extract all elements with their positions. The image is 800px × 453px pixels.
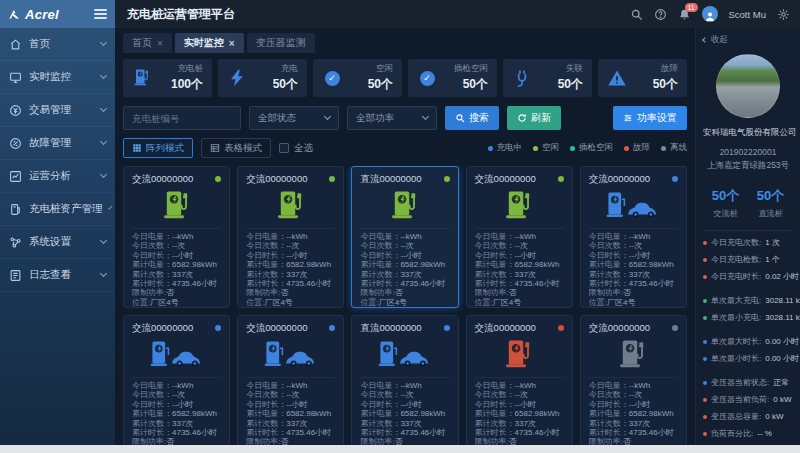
sidebar-item-fault[interactable]: 故障管理 (0, 127, 115, 160)
station-photo (716, 54, 780, 118)
pile-stat-location: 位置:厂区4号 (246, 298, 335, 307)
status-dot (558, 176, 564, 182)
pile-card-title: 交流00000000 (246, 322, 307, 335)
pile-stat-total_duration: 累计时长：4735.46小时 (360, 428, 449, 437)
pile-stat-total_duration: 累计时长：4735.46小时 (132, 428, 221, 437)
pile-stat-today_count: 今日次数：--次 (246, 390, 335, 399)
status-select[interactable]: 全部状态 (249, 106, 339, 130)
sidebar-item-log[interactable]: 日志查看 (0, 259, 115, 292)
pile-stat-today_energy: 今日电量：--kWh (589, 232, 678, 241)
pile-stat-total_count: 累计次数：337次 (589, 270, 678, 279)
help-icon[interactable] (654, 8, 667, 21)
legend-label: 离线 (670, 142, 687, 154)
pile-card-10[interactable]: 交流00000000 今日电量：--kWh今日次数：--次今日时长：--小时累计… (580, 315, 687, 445)
pile-card-4[interactable]: 交流00000000 今日电量：--kWh今日次数：--次今日时长：--小时累计… (466, 166, 573, 308)
pile-card-9[interactable]: 交流00000000 今日电量：--kWh今日次数：--次今日时长：--小时累计… (466, 315, 573, 445)
pile-stat-total_energy: 累计电量：6582.98kWh (475, 409, 564, 418)
pile-card-5[interactable]: 交流00000000 今日电量：--kWh今日次数：--次今日时长：--小时累计… (580, 166, 687, 308)
pile-stat-today_energy: 今日电量：--kWh (360, 381, 449, 390)
pile-stat-total_count: 累计次数：337次 (589, 419, 678, 428)
pile-stat-today_energy: 今日电量：--kWh (589, 381, 678, 390)
sidebar-item-label: 故障管理 (29, 136, 94, 150)
collapse-label: 收起 (711, 34, 728, 46)
station-stat-row: 今日充电枪数: 1 个 (703, 254, 793, 265)
sidebar-item-monitor[interactable]: 实时监控 (0, 61, 115, 94)
tab[interactable]: 首页 × (123, 33, 172, 53)
pile-number-input[interactable] (123, 106, 241, 130)
bolt-icon (227, 68, 247, 88)
pile-card-stats: 今日电量：--kWh今日次数：--次今日时长：--小时累计电量：6582.98k… (360, 228, 449, 307)
pile-card-8[interactable]: 直流00000000 今日电量：--kWh今日次数：--次今日时长：--小时累计… (351, 315, 458, 445)
tab-label: 首页 (132, 36, 152, 50)
tab[interactable]: 变压器监测 (247, 33, 315, 53)
status-dot (672, 176, 678, 182)
sidebar-item-home[interactable]: 首页 (0, 28, 115, 61)
pile-stat-limit_power: 限制功率:否 (132, 288, 221, 297)
acrel-logo-text: Acrel (25, 7, 59, 22)
pile-card-1[interactable]: 交流00000000 今日电量：--kWh今日次数：--次今日时长：--小时累计… (123, 166, 230, 308)
table-mode-button[interactable]: 表格模式 (201, 138, 271, 158)
pile-card-7[interactable]: 交流00000000 今日电量：--kWh今日次数：--次今日时长：--小时累计… (237, 315, 344, 445)
sidebar-item-settings[interactable]: 系统设置 (0, 226, 115, 259)
sidebar-item-trade[interactable]: 交易管理 (0, 94, 115, 127)
plug-icon (512, 68, 532, 88)
pile-stat-today_energy: 今日电量：--kWh (475, 232, 564, 241)
app-root: Acrel 充电桩运营管理平台 11 Scott Mu 首页 实时监控 交易管理… (0, 0, 800, 453)
sidebar-item-label: 日志查看 (29, 268, 94, 282)
station-stat-value: -- % (757, 429, 772, 438)
station-stat-row: 今日充电次数: 1 次 (703, 237, 793, 248)
status-dot-icon (488, 146, 493, 151)
pile-stat-limit_power: 限制功率:否 (475, 437, 564, 445)
notification-bell-icon[interactable]: 11 (678, 8, 691, 21)
pile-stat-today_duration: 今日时长：--小时 (589, 400, 678, 409)
station-stat-value: 3028.11 kWh (765, 313, 800, 322)
pile-stat-limit_power: 限制功率:否 (589, 437, 678, 445)
tab[interactable]: 实时监控 × (175, 33, 244, 53)
pile-stat-total_count: 累计次数：337次 (132, 419, 221, 428)
pile-count-value: 50个 (703, 187, 748, 205)
stat-value: 50个 (558, 76, 583, 93)
pile-stat-today_count: 今日次数：--次 (475, 241, 564, 250)
power-select[interactable]: 全部功率 (347, 106, 437, 130)
pile-stat-today_energy: 今日电量：--kWh (246, 232, 335, 241)
pile-card-2[interactable]: 交流00000000 今日电量：--kWh今日次数：--次今日时长：--小时累计… (237, 166, 344, 308)
station-stat-label: 单次最小时长: (711, 353, 761, 364)
avatar[interactable] (702, 6, 718, 22)
grid-mode-button[interactable]: 阵列模式 (123, 138, 193, 158)
tab-close-icon[interactable]: × (229, 38, 235, 49)
pile-card-3[interactable]: 直流00000000 今日电量：--kWh今日次数：--次今日时长：--小时累计… (351, 166, 458, 308)
refresh-button[interactable]: 刷新 (507, 106, 561, 130)
pile-stat-today_duration: 今日时长：--小时 (246, 400, 335, 409)
sidebar-item-label: 实时监控 (29, 70, 94, 84)
power-setting-button[interactable]: 功率设置 (613, 106, 687, 130)
pile-stat-total_duration: 累计时长：4735.46小时 (589, 279, 678, 288)
gear-icon[interactable] (777, 8, 790, 21)
legend-item: 故障 (624, 142, 650, 154)
search-button[interactable]: 搜索 (445, 106, 499, 130)
select-all-checkbox[interactable]: 全选 (279, 142, 313, 155)
pile-stat-location: 位置:厂区4号 (360, 298, 449, 307)
stat-text: 充电桩 100个 (171, 63, 203, 93)
station-stat-value: 正常 (773, 377, 789, 388)
pile-stat-total_count: 累计次数：337次 (132, 270, 221, 279)
stat-label: 充电 (281, 63, 298, 75)
pile-stat-today_count: 今日次数：--次 (589, 241, 678, 250)
pile-card-header: 直流00000000 (360, 173, 449, 185)
pile-stat-limit_power: 限制功率:否 (246, 288, 335, 297)
search-icon[interactable] (630, 8, 643, 21)
pile-card-stats: 今日电量：--kWh今日次数：--次今日时长：--小时累计电量：6582.98k… (132, 377, 221, 445)
collapse-button[interactable]: 收起 (703, 34, 793, 46)
sidebar-item-asset[interactable]: 充电桩资产管理 (0, 193, 115, 226)
tab-close-icon[interactable]: × (157, 38, 163, 49)
pile-stat-location: 位置:厂区4号 (475, 298, 564, 307)
legend-item: 插枪空闲 (570, 142, 613, 154)
pile-card-title: 交流00000000 (132, 322, 193, 335)
stat-value: 50个 (653, 76, 678, 93)
pile-card-6[interactable]: 交流00000000 今日电量：--kWh今日次数：--次今日时长：--小时累计… (123, 315, 230, 445)
fault-icon (9, 137, 22, 150)
sidebar-item-analysis[interactable]: 运营分析 (0, 160, 115, 193)
bullet-icon (703, 299, 707, 303)
charging-pile-icon (475, 337, 564, 373)
menu-toggle-icon[interactable] (94, 9, 107, 19)
pile-stat-today_count: 今日次数：--次 (246, 241, 335, 250)
